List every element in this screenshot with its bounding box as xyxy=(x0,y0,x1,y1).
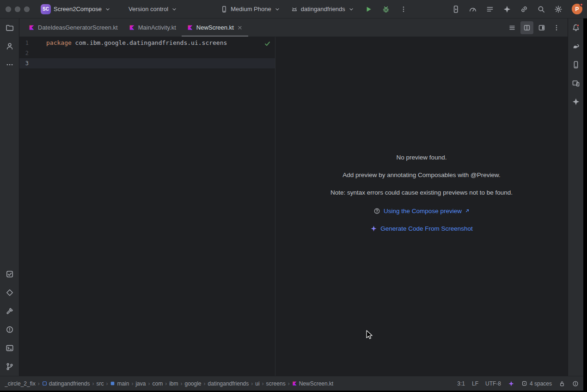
project-selector[interactable]: SC Screen2Compose xyxy=(38,2,114,16)
generate-code-from-screenshot-link[interactable]: Generate Code From Screenshot xyxy=(370,225,473,232)
ui-check-tool-button[interactable] xyxy=(0,265,19,283)
breadcrumb-item[interactable]: datingandfriends xyxy=(208,380,249,387)
status-widget-icon xyxy=(521,380,527,386)
notifications-button[interactable] xyxy=(568,18,583,37)
minimize-window-button[interactable] xyxy=(15,6,20,12)
breadcrumb-item[interactable]: src xyxy=(96,380,104,387)
caret-position-widget[interactable]: 3:1 xyxy=(457,380,465,387)
sparkle-icon xyxy=(370,225,377,232)
running-devices-button[interactable] xyxy=(449,3,462,16)
preview-empty-hint: Add preview by annotating Composables wi… xyxy=(342,172,501,178)
commit-tool-button[interactable] xyxy=(0,37,19,55)
breadcrumb-label: datingandfriends xyxy=(208,380,249,387)
breadcrumb-item[interactable]: ui xyxy=(255,380,259,387)
breadcrumb-item[interactable]: NewScreen.kt xyxy=(292,380,334,387)
breadcrumb-label: _circle_2_fix xyxy=(5,380,36,387)
plugin-link-button[interactable] xyxy=(518,3,531,16)
status-widgets: 3:1 LF UTF-8 4 spaces xyxy=(457,380,579,387)
project-tool-button[interactable] xyxy=(0,18,19,37)
breadcrumb-item[interactable]: com xyxy=(152,380,163,387)
preview-empty-note: Note: syntax errors could cause existing… xyxy=(330,190,513,196)
version-control-tool-button[interactable] xyxy=(0,357,19,376)
preview-empty-title: No preview found. xyxy=(397,154,447,161)
breadcrumb-item[interactable]: screens xyxy=(266,380,286,387)
hammer-icon xyxy=(6,307,14,315)
breadcrumb-item[interactable]: google xyxy=(184,380,201,387)
readonly-toggle[interactable] xyxy=(559,380,565,387)
sparkle-icon xyxy=(503,5,511,13)
gemini-button[interactable] xyxy=(501,3,514,16)
indent-widget[interactable]: 4 spaces xyxy=(521,380,552,387)
split-view-button[interactable] xyxy=(520,21,533,34)
device-manager-button[interactable] xyxy=(568,55,583,74)
breadcrumb-item[interactable]: _circle_2_fix xyxy=(5,380,36,387)
line-ending-widget[interactable]: LF xyxy=(472,380,478,387)
breadcrumb-item[interactable]: ibm xyxy=(169,380,178,387)
breadcrumb-separator: › xyxy=(180,380,182,387)
version-control-menu[interactable]: Version control xyxy=(126,4,180,14)
chevron-down-icon xyxy=(348,6,355,12)
run-configuration-selector[interactable]: datingandfriends xyxy=(288,4,357,15)
chevron-down-icon xyxy=(171,6,177,12)
close-window-button[interactable] xyxy=(6,6,11,12)
compose-preview-panel: No preview found. Add preview by annotat… xyxy=(275,37,568,376)
terminal-tool-button[interactable] xyxy=(0,339,19,357)
breadcrumb-separator: › xyxy=(106,380,108,387)
encoding-widget[interactable]: UTF-8 xyxy=(485,380,501,387)
zoom-window-button[interactable] xyxy=(24,6,30,12)
code-view-button[interactable] xyxy=(506,21,519,34)
device-selector[interactable]: Medium Phone xyxy=(218,4,283,15)
line-number[interactable]: 3 xyxy=(19,58,46,68)
status-info-button[interactable] xyxy=(572,380,579,387)
running-devices-tool-button[interactable] xyxy=(568,74,583,92)
avatar-notification-dot xyxy=(580,3,583,6)
profile-avatar[interactable]: P xyxy=(572,4,582,14)
info-icon xyxy=(572,380,579,387)
more-horizontal-icon xyxy=(6,61,14,69)
kebab-menu-icon xyxy=(400,6,407,13)
doc-link-label: Using the Compose preview xyxy=(384,208,462,214)
line-number[interactable]: 1 xyxy=(19,38,46,48)
compose-preview-doc-link[interactable]: Using the Compose preview xyxy=(373,207,470,214)
ai-assistant-button[interactable] xyxy=(568,92,583,111)
editor-column: DateIdeasGeneratorScreen.kt MainActivity… xyxy=(19,18,568,376)
list-lines-icon xyxy=(508,24,516,31)
close-icon[interactable] xyxy=(237,25,243,31)
more-tool-windows-button[interactable] xyxy=(0,55,19,74)
search-everywhere-button[interactable] xyxy=(535,3,548,16)
ai-status-button[interactable] xyxy=(508,380,514,387)
bug-icon xyxy=(382,5,390,13)
gradle-tool-button[interactable] xyxy=(568,37,583,55)
breadcrumb-separator: › xyxy=(262,380,264,387)
design-view-button[interactable] xyxy=(535,21,548,34)
tab-label: DateIdeasGeneratorScreen.kt xyxy=(38,24,118,31)
kotlin-file-icon xyxy=(129,24,135,31)
problems-tool-button[interactable] xyxy=(0,320,19,339)
android-studio-window: SC Screen2Compose Version control Medium… xyxy=(0,0,587,392)
inspections-status-button[interactable] xyxy=(264,40,271,47)
breadcrumb-separator: › xyxy=(288,380,290,387)
git-branch-icon xyxy=(6,362,14,371)
code-editor[interactable]: 1 package com.ibm.google.datingandfriend… xyxy=(19,37,275,376)
settings-button[interactable] xyxy=(552,3,565,16)
breadcrumb-item[interactable]: java xyxy=(135,380,146,387)
indent-label: 4 spaces xyxy=(530,380,552,387)
resource-manager-tool-button[interactable] xyxy=(0,283,19,302)
logcat-button[interactable] xyxy=(483,3,496,16)
line-number[interactable]: 2 xyxy=(19,48,46,58)
run-button[interactable] xyxy=(362,3,375,16)
tab-options-button[interactable] xyxy=(550,21,563,34)
folder-icon xyxy=(6,24,14,32)
project-name: Screen2Compose xyxy=(54,6,102,12)
tab-mainactivity[interactable]: MainActivity.kt xyxy=(123,18,182,37)
tab-dateideasgeneratorscreen[interactable]: DateIdeasGeneratorScreen.kt xyxy=(23,18,123,37)
build-tool-button[interactable] xyxy=(0,302,19,320)
breadcrumb-label: NewScreen.kt xyxy=(299,380,334,387)
debug-button[interactable] xyxy=(379,3,392,16)
more-actions-button[interactable] xyxy=(397,3,410,16)
breadcrumb-label: ibm xyxy=(169,380,178,387)
profiler-button[interactable] xyxy=(466,3,479,16)
breadcrumb-item[interactable]: datingandfriends xyxy=(42,380,90,387)
breadcrumb-item[interactable]: main xyxy=(110,380,129,387)
tab-newscreen[interactable]: NewScreen.kt xyxy=(182,18,248,37)
